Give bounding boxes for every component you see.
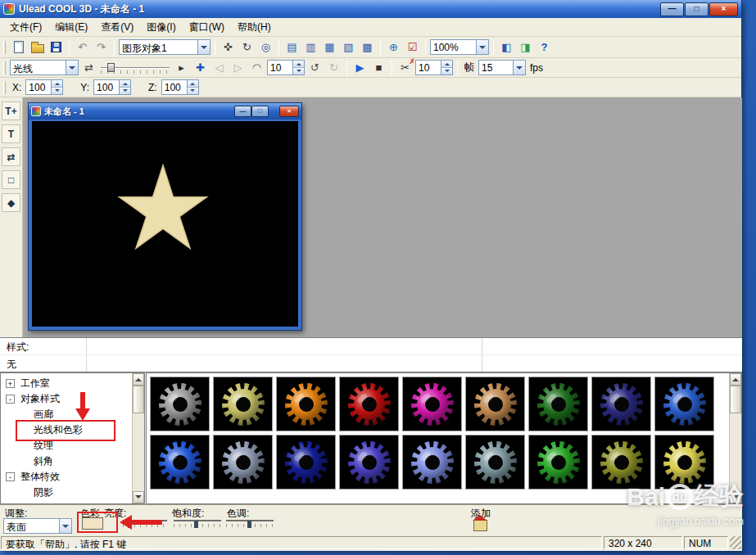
light-intensity-slider[interactable]: [99, 61, 171, 75]
toolbar-grip[interactable]: [3, 81, 6, 94]
gear-style-thumbnail[interactable]: [528, 377, 588, 431]
context-help-icon[interactable]: ?: [536, 39, 553, 56]
rotate-cw-icon[interactable]: ↻: [325, 60, 342, 76]
add-style-icon[interactable]: [473, 520, 487, 531]
slider-handle[interactable]: [128, 521, 132, 528]
tree-item-global-effects[interactable]: -整体特效: [1, 469, 132, 485]
spin-up-icon[interactable]: [120, 80, 130, 88]
resize-grip[interactable]: [730, 536, 741, 549]
saturation-slider[interactable]: [174, 520, 221, 530]
toolbar-grip[interactable]: [3, 61, 6, 74]
swap-object-tool-icon[interactable]: ⇄: [2, 147, 20, 166]
slider-handle[interactable]: [194, 521, 198, 528]
menu-window[interactable]: 窗口(W): [183, 18, 231, 37]
gear-style-thumbnail[interactable]: [150, 377, 210, 431]
open-file-icon[interactable]: [29, 39, 46, 56]
dropdown-arrow-icon[interactable]: [59, 519, 71, 533]
tree-item-texture[interactable]: 纹理: [1, 438, 132, 453]
gear-style-thumbnail[interactable]: [150, 435, 210, 490]
frame-rate-combo[interactable]: 15: [478, 60, 526, 75]
scroll-thumb[interactable]: [730, 386, 741, 413]
dropdown-arrow-icon[interactable]: [66, 61, 78, 74]
scroll-track[interactable]: [133, 413, 144, 491]
layout-tile-horizontal-icon[interactable]: ▦: [321, 39, 338, 56]
gear-style-thumbnail[interactable]: [528, 435, 588, 490]
layout-arrange-icon[interactable]: ▧: [340, 39, 357, 56]
selection-marquee-tool-icon[interactable]: □: [2, 170, 20, 189]
export-image-icon[interactable]: ◧: [498, 39, 515, 56]
insert-text-tool-icon[interactable]: T+: [2, 102, 20, 120]
apply-attribute-icon[interactable]: ▸: [173, 60, 190, 76]
light-arc-icon[interactable]: ◠: [248, 60, 265, 76]
render-canvas[interactable]: [32, 121, 298, 327]
spin-up-icon[interactable]: [293, 61, 304, 68]
toggle-panel-icon[interactable]: ⇄: [80, 60, 97, 76]
tree-item-object-style[interactable]: -对象样式: [1, 391, 132, 407]
collapse-icon[interactable]: -: [6, 472, 15, 481]
web-globe-icon[interactable]: ⊕: [385, 39, 402, 56]
minimize-button[interactable]: —: [660, 2, 684, 16]
gear-style-thumbnail[interactable]: [465, 377, 525, 431]
document-window[interactable]: 未命名 - 1 — □ ×: [28, 102, 302, 331]
scroll-up-icon[interactable]: [730, 373, 741, 386]
slider-handle[interactable]: [107, 63, 115, 72]
gear-style-thumbnail[interactable]: [654, 377, 714, 431]
close-button[interactable]: ×: [709, 2, 738, 16]
menu-help[interactable]: 帮助(H): [231, 18, 278, 37]
gallery-scrollbar[interactable]: [729, 373, 741, 503]
tree-scrollbar[interactable]: [132, 373, 144, 503]
gear-style-thumbnail[interactable]: [339, 435, 399, 490]
save-file-icon[interactable]: [48, 39, 65, 56]
hue-slider[interactable]: [226, 520, 274, 530]
object-select-combo[interactable]: 图形对象1: [119, 39, 211, 55]
target-view-icon[interactable]: ◎: [257, 39, 274, 56]
surface-combo[interactable]: 表面: [3, 518, 72, 534]
slider-handle[interactable]: [247, 521, 251, 528]
layout-cascade-icon[interactable]: ▤: [283, 39, 301, 56]
tree-item-studio[interactable]: +工作室: [1, 376, 132, 391]
tree-item-light-and-color[interactable]: 光线和色彩: [1, 422, 132, 438]
previous-step-icon[interactable]: ◁: [211, 60, 228, 76]
gear-style-thumbnail[interactable]: [402, 435, 462, 490]
dropdown-arrow-icon[interactable]: [476, 40, 488, 54]
collapse-icon[interactable]: -: [6, 395, 15, 404]
document-maximize-button[interactable]: □: [251, 106, 269, 117]
zoom-level-combo[interactable]: 100%: [430, 39, 489, 55]
edit-text-tool-icon[interactable]: T: [2, 124, 20, 143]
gear-style-thumbnail[interactable]: [465, 435, 525, 490]
spin-down-icon[interactable]: [188, 88, 198, 94]
gear-style-thumbnail[interactable]: [213, 377, 273, 431]
color-swatch[interactable]: [82, 517, 103, 530]
gear-style-thumbnail[interactable]: [402, 377, 462, 431]
play-animation-icon[interactable]: ▶: [351, 60, 369, 76]
spin-down-icon[interactable]: [441, 68, 452, 74]
menu-file[interactable]: 文件(F): [3, 18, 48, 37]
tree-item-shadow[interactable]: 阴影: [1, 485, 132, 500]
layout-tile-vertical-icon[interactable]: ▥: [302, 39, 319, 56]
spin-down-icon[interactable]: [52, 88, 62, 94]
spin-down-icon[interactable]: [120, 88, 130, 94]
spin-up-icon[interactable]: [52, 80, 62, 88]
object-color-tool-icon[interactable]: ◆: [2, 193, 20, 212]
z-position-spinner[interactable]: 100: [161, 79, 199, 95]
rotate-view-icon[interactable]: ↻: [238, 39, 256, 56]
document-titlebar[interactable]: 未命名 - 1 — □ ×: [29, 103, 301, 120]
frame-count-spinner[interactable]: 10: [415, 60, 453, 75]
gear-style-thumbnail[interactable]: [591, 435, 651, 490]
dropdown-arrow-icon[interactable]: [197, 40, 210, 54]
rotate-ccw-icon[interactable]: ↺: [306, 60, 324, 76]
menu-edit[interactable]: 编辑(E): [48, 18, 94, 37]
export-animation-icon[interactable]: ◨: [517, 39, 534, 56]
document-close-button[interactable]: ×: [279, 106, 299, 117]
x-position-spinner[interactable]: 100: [25, 79, 63, 95]
scroll-down-icon[interactable]: [133, 491, 144, 503]
titlebar[interactable]: Ulead COOL 3D - 未命名 - 1 — □ ×: [0, 0, 741, 18]
stop-animation-icon[interactable]: ■: [370, 60, 387, 76]
redo-icon[interactable]: ↷: [93, 39, 110, 56]
gear-style-thumbnail[interactable]: [654, 435, 714, 490]
toolbar-grip[interactable]: [3, 41, 6, 54]
y-position-spinner[interactable]: 100: [93, 79, 131, 95]
attribute-preset-combo[interactable]: 光线: [10, 60, 79, 75]
add-light-icon[interactable]: ✚: [192, 60, 209, 76]
menu-view[interactable]: 查看(V): [94, 18, 140, 37]
